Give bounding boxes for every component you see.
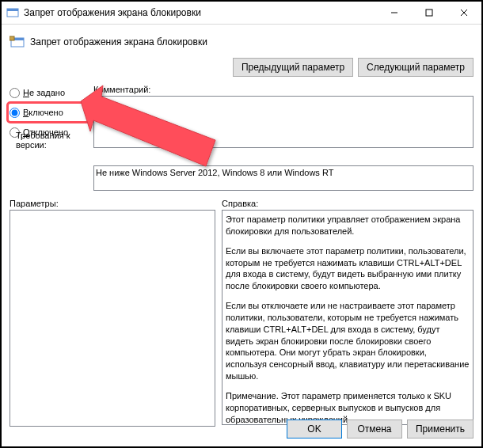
next-setting-button[interactable]: Следующий параметр (358, 58, 473, 77)
titlebar: Запрет отображения экрана блокировки (2, 2, 481, 25)
svg-rect-3 (426, 9, 432, 16)
radio-enabled[interactable]: Включено (9, 104, 88, 121)
minimize-button[interactable] (377, 2, 412, 24)
radio-not-configured[interactable]: Не задано (10, 85, 87, 101)
comment-label: Комментарий: (93, 85, 473, 94)
cancel-button[interactable]: Отмена (347, 420, 402, 439)
help-panel: Этот параметр политики управляет отображ… (222, 210, 473, 425)
ok-button[interactable]: OK (287, 420, 342, 439)
help-paragraph: Если вы отключаете или не настраиваете э… (226, 300, 470, 382)
policy-editor-window: Запрет отображения экрана блокировки (0, 0, 483, 448)
options-label: Параметры: (10, 199, 215, 208)
supported-on-label: Требования к версии: (16, 131, 87, 150)
policy-header: Запрет отображения экрана блокировки (10, 29, 473, 55)
window-buttons (377, 2, 481, 24)
radio-enabled-input[interactable] (10, 108, 20, 118)
supported-on-field (93, 165, 473, 191)
maximize-button[interactable] (412, 2, 447, 24)
dialog-buttons: OK Отмена Применить (287, 420, 473, 439)
close-button[interactable] (447, 2, 481, 24)
apply-button[interactable]: Применить (407, 420, 473, 439)
window-title: Запрет отображения экрана блокировки (24, 7, 377, 18)
app-icon (6, 6, 19, 19)
previous-setting-button[interactable]: Предыдущий параметр (233, 58, 353, 77)
policy-icon (10, 34, 25, 50)
help-label: Справка: (222, 199, 473, 208)
help-paragraph: Этот параметр политики управляет отображ… (226, 214, 470, 237)
svg-rect-1 (7, 9, 18, 11)
radio-enabled-label: Включено (23, 108, 63, 117)
comment-field[interactable] (93, 96, 473, 148)
options-panel (10, 210, 215, 427)
nav-buttons: Предыдущий параметр Следующий параметр (10, 58, 473, 77)
policy-title: Запрет отображения экрана блокировки (30, 36, 473, 47)
svg-rect-8 (10, 36, 14, 40)
radio-not-configured-input[interactable] (10, 88, 20, 98)
radio-not-configured-label: Не задано (23, 88, 65, 97)
help-paragraph: Если вы включаете этот параметр политики… (226, 245, 470, 292)
